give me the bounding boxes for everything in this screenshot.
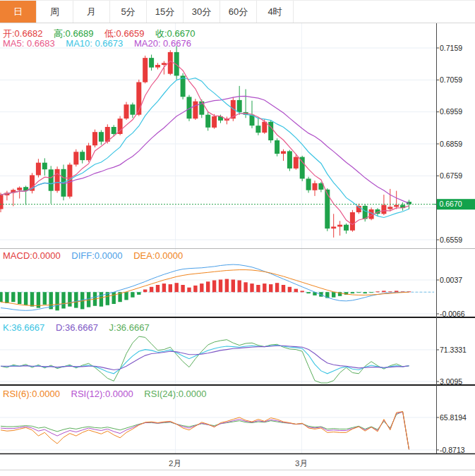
ma5-value: MA5: 0.6683 xyxy=(3,38,55,49)
svg-text:71.3331: 71.3331 xyxy=(440,346,467,354)
j-value: J:36.6667 xyxy=(109,322,150,333)
rsi6-value: RSI(6):0.0000 xyxy=(3,389,60,399)
tab-30min[interactable]: 30分 xyxy=(184,1,220,23)
close-value: 收:0.6670 xyxy=(155,28,195,39)
svg-text:3.0095: 3.0095 xyxy=(440,377,462,386)
svg-text:0.6759: 0.6759 xyxy=(440,171,462,180)
macd-value: MACD:0.0000 xyxy=(3,250,61,261)
open-value: 开:0.6682 xyxy=(3,28,42,39)
ma10-value: MA10: 0.6673 xyxy=(66,38,123,49)
rsi24-value: RSI(24):0.0000 xyxy=(144,389,206,399)
svg-text:0.7159: 0.7159 xyxy=(440,44,462,52)
tab-5min[interactable]: 5分 xyxy=(110,1,147,23)
chart-canvas[interactable]: 0.71590.70590.69590.68590.67590.65590.00… xyxy=(0,0,475,476)
diff-value: DIFF:0.0000 xyxy=(71,250,122,261)
kdj-readout: K:36.6667 D:36.6667 J:36.6667 xyxy=(3,322,158,333)
tab-daily[interactable]: 日 xyxy=(0,1,37,23)
svg-text:2月: 2月 xyxy=(169,459,181,468)
high-value: 高:0.6689 xyxy=(54,28,93,39)
low-value: 低:0.6659 xyxy=(104,28,144,39)
svg-text:-0.0066: -0.0066 xyxy=(440,310,465,318)
ma20-value: MA20: 0.6676 xyxy=(134,38,191,49)
tab-monthly[interactable]: 月 xyxy=(73,1,110,23)
tab-15min[interactable]: 15分 xyxy=(147,1,184,23)
rsi-readout: RSI(6):0.0000 RSI(12):0.0000 RSI(24):0.0… xyxy=(3,389,215,399)
tab-4hour[interactable]: 4时 xyxy=(257,1,294,23)
timeframe-tabbar: 日 周 月 5分 15分 30分 60分 4时 xyxy=(0,0,475,23)
macd-readout: MACD:0.0000 DIFF:0.0000 DEA:0.0000 xyxy=(3,250,191,261)
k-value: K:36.6667 xyxy=(3,322,44,333)
trading-chart-app: 0.71590.70590.69590.68590.67590.65590.00… xyxy=(0,0,475,476)
rsi12-value: RSI(12):0.0000 xyxy=(71,389,133,399)
svg-text:0.6670: 0.6670 xyxy=(440,200,462,208)
svg-text:0.6959: 0.6959 xyxy=(440,107,462,116)
svg-text:0.0037: 0.0037 xyxy=(440,276,462,284)
svg-text:0.6559: 0.6559 xyxy=(440,236,462,244)
dea-value: DEA:0.0000 xyxy=(133,250,183,261)
svg-text:65.8194: 65.8194 xyxy=(440,413,467,422)
d-value: D:36.6667 xyxy=(56,322,98,333)
tab-60min[interactable]: 60分 xyxy=(220,1,257,23)
svg-text:0.6859: 0.6859 xyxy=(440,140,462,148)
svg-text:0.7059: 0.7059 xyxy=(440,75,462,84)
svg-text:3月: 3月 xyxy=(295,459,308,468)
svg-text:-0.8713: -0.8713 xyxy=(440,446,465,454)
ma-readout: MA5: 0.6683 MA10: 0.6673 MA20: 0.6676 xyxy=(3,38,200,49)
tab-weekly[interactable]: 周 xyxy=(37,1,73,23)
